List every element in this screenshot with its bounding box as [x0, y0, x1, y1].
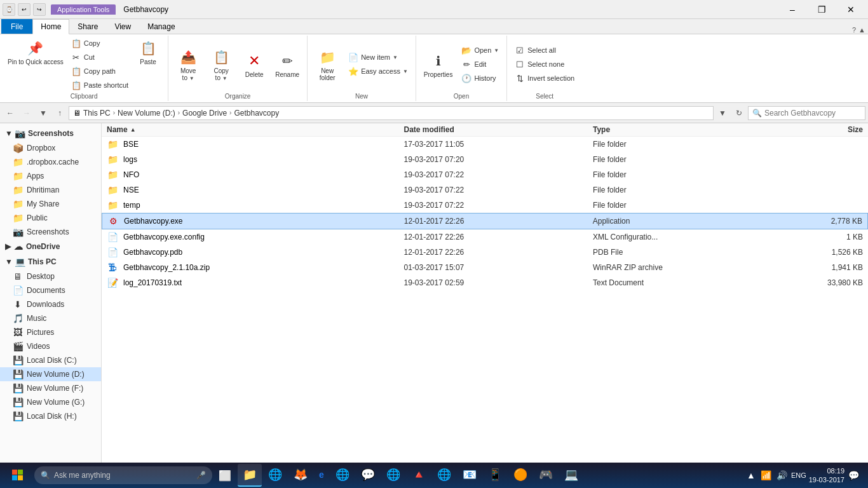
sidebar-item-downloads[interactable]: ⬇ Downloads: [0, 297, 101, 311]
system-clock[interactable]: 08:19 19-03-2017: [809, 466, 844, 485]
table-row[interactable]: 📁temp 19-03-2017 07:22 File folder: [102, 198, 868, 213]
quick-access-btn[interactable]: ⌚: [3, 3, 15, 16]
taskbar-browser2[interactable]: 🌐: [381, 464, 405, 487]
sidebar-item-new-d[interactable]: 💾 New Volume (D:): [0, 367, 101, 381]
up-button[interactable]: ↑: [52, 105, 67, 121]
pin-quick-access-button[interactable]: 📌 Pin to Quick access: [4, 37, 67, 92]
forward-btn-title[interactable]: ↪: [33, 3, 46, 16]
table-row[interactable]: 📄Getbhavcopy.pdb 12-01-2017 22:26 PDB Fi…: [102, 245, 868, 260]
sidebar-item-myshare[interactable]: 📁 My Share: [0, 197, 101, 211]
taskbar-phone[interactable]: 📱: [483, 464, 507, 487]
task-view-button[interactable]: ⬜: [214, 464, 236, 487]
sidebar-item-music[interactable]: 🎵 Music: [0, 311, 101, 325]
taskbar-skype[interactable]: 💬: [356, 464, 380, 487]
new-folder-button[interactable]: 📁 Newfolder: [311, 46, 343, 83]
path-this-pc[interactable]: This PC: [83, 109, 111, 118]
recent-locations-button[interactable]: ▼: [36, 105, 51, 121]
sidebar-item-videos[interactable]: 🎬 Videos: [0, 339, 101, 353]
copy-path-button[interactable]: 📋 Copy path: [67, 65, 132, 78]
new-item-button[interactable]: 📄 New item ▼: [344, 51, 412, 64]
taskbar-ie[interactable]: e: [314, 464, 329, 487]
sidebar-item-new-g[interactable]: 💾 New Volume (G:): [0, 395, 101, 409]
sidebar-onedrive-group[interactable]: ▶ ☁ OneDrive: [0, 239, 101, 254]
taskbar-file-explorer[interactable]: 📁: [238, 464, 262, 487]
sidebar-item-local-h[interactable]: 💾 Local Disk (H:): [0, 409, 101, 423]
tab-share[interactable]: Share: [69, 19, 106, 34]
path-new-volume[interactable]: New Volume (D:): [118, 109, 175, 118]
properties-button[interactable]: ℹ Properties: [420, 50, 457, 79]
col-size[interactable]: Size: [755, 125, 863, 134]
expand-ribbon-btn[interactable]: ▲: [858, 26, 865, 34]
col-type[interactable]: Type: [593, 125, 755, 134]
table-row[interactable]: 📁logs 19-03-2017 07:20 File folder: [102, 152, 868, 167]
search-box[interactable]: 🔍: [748, 106, 865, 120]
table-row[interactable]: 📁NSE 19-03-2017 07:22 File folder: [102, 182, 868, 198]
copy-to-button[interactable]: 📋 Copyto ▼: [205, 46, 237, 83]
maximize-button[interactable]: ❐: [807, 0, 836, 19]
select-all-button[interactable]: ☑ Select all: [511, 44, 578, 57]
sidebar-item-dhritiman[interactable]: 📁 Dhritiman: [0, 183, 101, 197]
back-btn-title[interactable]: ↩: [18, 3, 31, 16]
taskbar-affinity[interactable]: 🔺: [407, 464, 431, 487]
sidebar-item-screenshots[interactable]: 📷 Screenshots: [0, 225, 101, 239]
sidebar-item-apps[interactable]: 📁 Apps: [0, 169, 101, 183]
taskbar-app3[interactable]: 💻: [559, 464, 583, 487]
delete-button[interactable]: ✕ Delete: [238, 50, 270, 79]
invert-selection-button[interactable]: ⇅ Invert selection: [511, 72, 578, 85]
easy-access-button[interactable]: ⭐ Easy access ▼: [344, 65, 412, 78]
sidebar-item-new-f[interactable]: 💾 New Volume (F:): [0, 381, 101, 395]
paste-button[interactable]: 📋 Paste: [132, 37, 164, 92]
minimize-button[interactable]: –: [778, 0, 807, 19]
tray-lang[interactable]: ENG: [791, 471, 806, 479]
taskbar-search-box[interactable]: 🔍 Ask me anything 🎤: [34, 466, 212, 484]
back-button[interactable]: ←: [3, 105, 18, 121]
history-button[interactable]: 🕐 History: [458, 72, 503, 85]
table-row[interactable]: 📁NFO 19-03-2017 07:22 File folder: [102, 167, 868, 182]
taskbar-app2[interactable]: 🎮: [534, 464, 558, 487]
open-button[interactable]: 📂 Open ▼: [458, 44, 503, 57]
close-button[interactable]: ✕: [836, 0, 865, 19]
taskbar-chrome[interactable]: 🌐: [330, 464, 355, 487]
path-google-drive[interactable]: Google Drive: [182, 109, 227, 118]
taskbar-browser3[interactable]: 🌐: [432, 464, 456, 487]
tab-view[interactable]: View: [106, 19, 139, 34]
refresh-button[interactable]: ↻: [731, 105, 747, 121]
table-row[interactable]: ⚙Getbhavcopy.exe 12-01-2017 22:26 Applic…: [102, 213, 868, 229]
table-row[interactable]: 📝log_20170319.txt 19-03-2017 02:59 Text …: [102, 275, 868, 290]
sidebar-item-local-c[interactable]: 💾 Local Disk (C:): [0, 353, 101, 367]
col-name[interactable]: Name ▲: [107, 125, 404, 134]
sidebar-item-desktop[interactable]: 🖥 Desktop: [0, 269, 101, 283]
table-row[interactable]: 📁BSE 17-03-2017 11:05 File folder: [102, 137, 868, 152]
sidebar-this-pc-group[interactable]: ▼ 💻 This PC: [0, 254, 101, 269]
taskbar-firefox[interactable]: 🦊: [288, 464, 313, 487]
search-input[interactable]: [764, 109, 861, 118]
path-getbhavcopy[interactable]: Getbhavcopy: [234, 109, 279, 118]
forward-button[interactable]: →: [19, 105, 34, 121]
col-date[interactable]: Date modified: [404, 125, 593, 134]
cut-button[interactable]: ✂ Cut: [67, 51, 132, 64]
rename-button[interactable]: ✏ Rename: [271, 50, 303, 79]
taskbar-app1[interactable]: 🟠: [508, 464, 532, 487]
move-to-button[interactable]: 📤 Moveto ▼: [172, 46, 204, 83]
tab-home[interactable]: Home: [32, 19, 69, 34]
start-button[interactable]: [3, 463, 33, 488]
tray-volume[interactable]: 🔊: [775, 469, 789, 482]
select-none-button[interactable]: ☐ Select none: [511, 58, 578, 71]
tab-manage[interactable]: Manage: [139, 19, 183, 34]
table-row[interactable]: 🗜Getbhavcopy_2.1.10a.zip 01-03-2017 15:0…: [102, 260, 868, 275]
notification-icon[interactable]: 💬: [847, 469, 860, 482]
path-dropdown-button[interactable]: ▼: [715, 105, 730, 121]
sidebar-screenshots-group[interactable]: ▼ 📷 Screenshots: [0, 126, 101, 141]
tray-expand[interactable]: ▲: [745, 469, 757, 482]
sidebar-item-public[interactable]: 📁 Public: [0, 211, 101, 225]
sidebar-item-documents[interactable]: 📄 Documents: [0, 283, 101, 297]
sidebar-item-pictures[interactable]: 🖼 Pictures: [0, 325, 101, 339]
copy-clipboard-button[interactable]: 📋 Copy: [67, 37, 132, 50]
taskbar-edge[interactable]: 🌐: [263, 464, 287, 487]
table-row[interactable]: 📄Getbhavcopy.exe.config 12-01-2017 22:26…: [102, 229, 868, 245]
taskbar-email[interactable]: 📧: [458, 464, 482, 487]
sidebar-item-dropbox-cache[interactable]: 📁 .dropbox.cache: [0, 155, 101, 169]
edit-button[interactable]: ✏ Edit: [458, 58, 503, 71]
address-path[interactable]: 🖥 This PC › New Volume (D:) › Google Dri…: [69, 106, 714, 120]
tab-file[interactable]: File: [1, 19, 32, 34]
